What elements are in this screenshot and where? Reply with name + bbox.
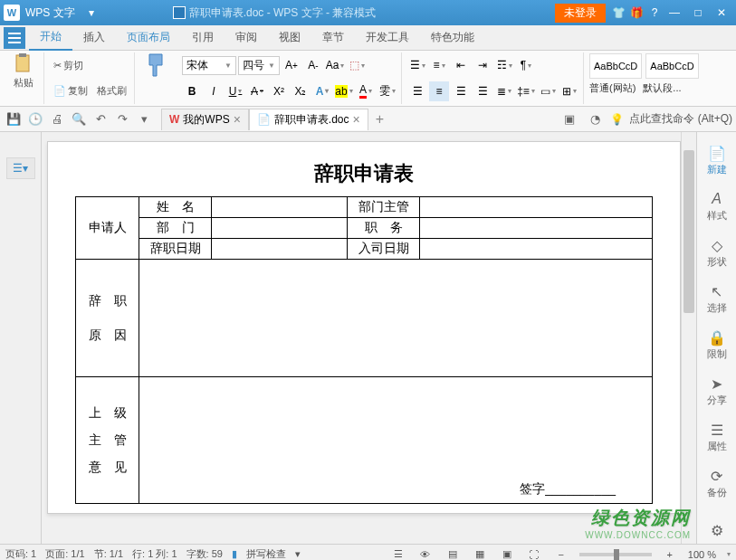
- distribute-button[interactable]: ≣▾: [494, 81, 514, 101]
- sidebar-backup[interactable]: ⟳备份: [700, 462, 734, 505]
- style-preview-1[interactable]: AaBbCcD: [589, 53, 642, 79]
- minimize-ribbon-button[interactable]: ▣: [559, 109, 579, 129]
- copy-button[interactable]: 📄复制: [50, 82, 91, 100]
- align-left-button[interactable]: ☰: [407, 81, 427, 101]
- minimize-button[interactable]: —: [664, 4, 685, 22]
- sb-spell-toggle[interactable]: ▾: [295, 548, 301, 560]
- format-painter-big[interactable]: [140, 52, 173, 78]
- help-icon[interactable]: ?: [645, 4, 664, 22]
- doc-tab-current[interactable]: 📄 辞职申请表.doc ×: [249, 109, 368, 130]
- zoom-in-button[interactable]: +: [661, 546, 679, 561]
- bold-button[interactable]: B: [182, 81, 202, 101]
- view-outline-icon[interactable]: ▦: [471, 546, 489, 561]
- doc-tab-mywps[interactable]: W 我的WPS ×: [161, 109, 249, 130]
- decrease-font-button[interactable]: A-: [303, 55, 323, 75]
- subscript-button[interactable]: X₂: [291, 81, 311, 101]
- decrease-indent-button[interactable]: ⇤: [451, 55, 471, 75]
- view-chapter-icon[interactable]: ☰: [389, 546, 407, 561]
- tab-view[interactable]: 视图: [268, 25, 311, 50]
- sidebar-shape[interactable]: ◇形状: [700, 232, 734, 274]
- cell-joindate-value[interactable]: [420, 239, 653, 260]
- shading-button[interactable]: ▭▾: [538, 81, 558, 101]
- sidebar-limit[interactable]: 🔒限制: [700, 324, 734, 366]
- cut-button[interactable]: ✂剪切: [50, 57, 87, 74]
- font-size-select[interactable]: 四号▼: [238, 56, 280, 75]
- sidebar-settings[interactable]: ⚙: [700, 517, 734, 544]
- sb-spell[interactable]: 拼写检查: [246, 547, 286, 560]
- save-button[interactable]: 💾: [4, 109, 24, 129]
- sidebar-style[interactable]: A样式: [700, 185, 734, 228]
- align-right-button[interactable]: ☰: [451, 81, 471, 101]
- tab-devtools[interactable]: 开发工具: [355, 25, 420, 50]
- redo-button[interactable]: ↷: [112, 109, 132, 129]
- view-fullscreen-icon[interactable]: ⛶: [525, 546, 543, 561]
- tab-reference[interactable]: 引用: [181, 25, 225, 50]
- style-preview-2[interactable]: AaBbCcD: [645, 53, 698, 79]
- tab-layout[interactable]: 页面布局: [116, 25, 181, 50]
- main-menu-button[interactable]: [4, 27, 25, 49]
- numbering-button[interactable]: ≡▾: [429, 55, 449, 75]
- font-name-select[interactable]: 宋体▼: [182, 56, 236, 75]
- clear-format-button[interactable]: ⬚▾: [347, 55, 367, 75]
- gift-icon[interactable]: 🎁: [627, 4, 645, 22]
- titlebar-dropdown-icon[interactable]: ▾: [82, 4, 100, 22]
- zoom-thumb[interactable]: [614, 549, 619, 560]
- sb-page[interactable]: 页面: 1/1: [45, 547, 84, 560]
- shirt-icon[interactable]: 👕: [609, 4, 627, 22]
- justify-button[interactable]: ☰: [473, 81, 492, 101]
- cell-depthead-value[interactable]: [420, 197, 653, 218]
- zoom-value[interactable]: 100 %: [688, 549, 716, 560]
- docinfo-button[interactable]: ◔: [585, 109, 605, 129]
- vertical-scrollbar[interactable]: [681, 132, 696, 544]
- sb-pageno[interactable]: 页码: 1: [5, 547, 36, 560]
- print-button[interactable]: 🖨: [47, 109, 67, 129]
- change-case-button[interactable]: Aa▾: [325, 55, 345, 75]
- sort-button[interactable]: ☶▾: [494, 55, 514, 75]
- tab-start[interactable]: 开始: [29, 24, 72, 51]
- tab-review[interactable]: 审阅: [225, 25, 268, 50]
- search-hint[interactable]: 点此查找命令 (Alt+Q): [629, 111, 732, 127]
- view-web-icon[interactable]: ▣: [498, 546, 516, 561]
- font-color-button[interactable]: A▾: [356, 81, 376, 101]
- cell-supervisor-value[interactable]: 签字__________: [139, 377, 653, 504]
- close-tab-icon[interactable]: ×: [234, 112, 241, 127]
- underline-button[interactable]: U▾: [225, 81, 245, 101]
- superscript-button[interactable]: X²: [269, 81, 289, 101]
- print-preview-button[interactable]: 🔍: [69, 109, 89, 129]
- sb-words[interactable]: 字数: 59: [186, 547, 223, 560]
- qat-dropdown[interactable]: ▾: [134, 109, 154, 129]
- sidebar-new[interactable]: 📄新建: [700, 139, 734, 182]
- italic-button[interactable]: I: [204, 81, 224, 101]
- paste-button[interactable]: 粘贴: [7, 52, 40, 90]
- cell-reason-value[interactable]: [139, 260, 653, 377]
- add-tab-button[interactable]: +: [368, 109, 391, 130]
- highlight-button[interactable]: ab▾: [334, 81, 354, 101]
- view-print-layout-icon[interactable]: ▤: [444, 546, 462, 561]
- increase-indent-button[interactable]: ⇥: [473, 55, 492, 75]
- sb-section[interactable]: 节: 1/1: [94, 547, 123, 560]
- border-button[interactable]: ⊞▾: [559, 81, 579, 101]
- align-center-button[interactable]: ≡: [429, 81, 449, 101]
- text-effect-button[interactable]: A▾: [312, 81, 332, 101]
- show-marks-button[interactable]: ¶▾: [516, 55, 536, 75]
- tab-insert[interactable]: 插入: [72, 25, 116, 50]
- sidebar-share[interactable]: ➤分享: [700, 370, 734, 413]
- document-canvas[interactable]: 辞职申请表 申请人 姓 名 部门主管 部 门 职 务 辞职日期: [42, 132, 681, 544]
- tab-special[interactable]: 特色功能: [420, 25, 485, 50]
- tab-chapter[interactable]: 章节: [311, 25, 355, 50]
- history-button[interactable]: 🕒: [25, 109, 45, 129]
- login-button[interactable]: 未登录: [555, 4, 606, 23]
- close-tab-icon[interactable]: ×: [353, 112, 360, 127]
- sidebar-select[interactable]: ↖选择: [700, 278, 734, 320]
- format-painter-button[interactable]: 格式刷: [93, 82, 130, 100]
- line-spacing-button[interactable]: ‡≡▾: [516, 81, 536, 101]
- zoom-out-button[interactable]: −: [552, 546, 570, 561]
- sidebar-attr[interactable]: ☰属性: [700, 416, 734, 459]
- increase-font-button[interactable]: A+: [282, 55, 301, 75]
- phonetic-button[interactable]: 雯▾: [378, 81, 397, 101]
- strike-button[interactable]: A▾: [247, 81, 267, 101]
- bullets-button[interactable]: ☰▾: [407, 55, 427, 75]
- view-eye-icon[interactable]: 👁: [416, 546, 435, 561]
- scroll-thumb[interactable]: [683, 150, 694, 313]
- undo-button[interactable]: ↶: [91, 109, 110, 129]
